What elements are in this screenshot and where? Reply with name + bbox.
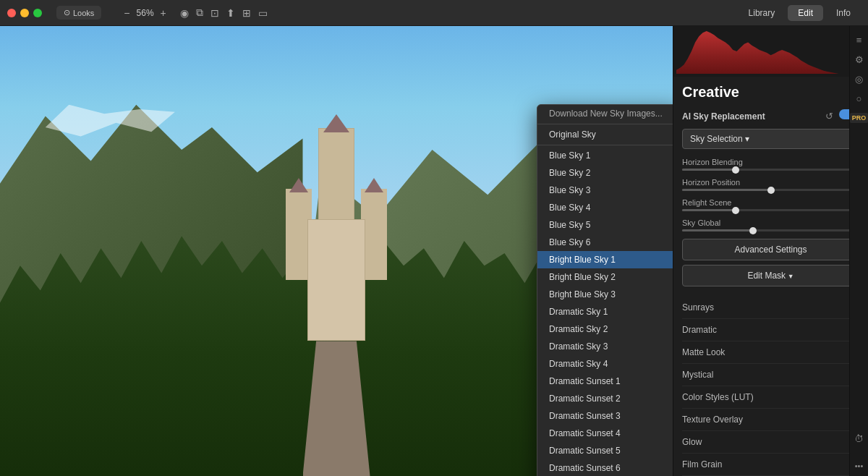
sky-item-6[interactable]: Bright Blue Sky 1 xyxy=(537,251,673,268)
ai-sky-header: AI Sky Replacement ↺ xyxy=(682,109,859,123)
panel-content: Creative AI Sky Replacement ↺ Sky Select… xyxy=(673,77,868,476)
sky-item-15[interactable]: Dramatic Sunset 3 xyxy=(537,407,673,425)
zoom-plus-button[interactable]: + xyxy=(158,7,169,19)
category-film-grain-label: Film Grain xyxy=(682,459,722,469)
sky-global-label-row: Sky Global 30 xyxy=(682,218,859,227)
eye-icon[interactable]: ◉ xyxy=(180,7,189,19)
horizon-blending-label-row: Horizon Blending 20 xyxy=(682,158,859,166)
more-side-icon[interactable]: ••• xyxy=(855,462,864,470)
close-button[interactable] xyxy=(7,9,16,17)
sky-item-16[interactable]: Dramatic Sunset 4 xyxy=(537,425,673,442)
history-side-icon[interactable]: ⏱ xyxy=(854,433,864,444)
tab-info[interactable]: Info xyxy=(826,5,861,21)
panel-tabs: Library Edit Info xyxy=(739,5,861,21)
section-title: Creative xyxy=(682,84,859,101)
horizon-blending-slider-row: Horizon Blending 20 xyxy=(682,158,859,171)
category-sunrays-label: Sunrays xyxy=(682,302,714,313)
relight-scene-track[interactable] xyxy=(682,209,859,211)
titlebar-tools: ◉ ⧉ ⊡ ⬆ ⊞ ▭ xyxy=(180,7,268,19)
sky-item-8[interactable]: Bright Blue Sky 3 xyxy=(537,286,673,303)
histogram xyxy=(673,26,868,77)
tab-library[interactable]: Library xyxy=(739,5,786,21)
relight-scene-label-row: Relight Scene 20 xyxy=(682,198,859,207)
horizon-blending-track[interactable] xyxy=(682,169,859,171)
category-mystical[interactable]: Mystical › xyxy=(682,364,859,386)
category-dramatic-label: Dramatic xyxy=(682,325,717,335)
looks-button[interactable]: ⊙ Looks xyxy=(56,6,101,20)
category-dramatic[interactable]: Dramatic › xyxy=(682,319,859,341)
advanced-settings-button[interactable]: Advanced Settings xyxy=(682,239,859,260)
download-sky-item[interactable]: Download New Sky Images... xyxy=(537,105,673,122)
category-film-grain[interactable]: Film Grain › xyxy=(682,454,859,476)
horizon-position-label-row: Horizon Position 0 xyxy=(682,178,859,187)
sky-global-thumb[interactable] xyxy=(749,227,757,234)
grid-icon[interactable]: ⊞ xyxy=(242,7,251,19)
sky-item-10[interactable]: Dramatic Sky 2 xyxy=(537,320,673,338)
horizon-position-slider-row: Horizon Position 0 xyxy=(682,178,859,191)
sky-global-slider-row: Sky Global 30 xyxy=(682,218,859,231)
right-panel: Creative AI Sky Replacement ↺ Sky Select… xyxy=(673,26,868,476)
horizon-blending-thumb[interactable] xyxy=(732,166,739,174)
horizon-position-track[interactable] xyxy=(682,189,859,191)
pro-side-badge: PRO xyxy=(850,113,868,123)
category-matte-look[interactable]: Matte Look › xyxy=(682,341,859,364)
tab-edit[interactable]: Edit xyxy=(788,5,823,21)
traffic-lights xyxy=(7,9,42,17)
sky-selector-button[interactable]: Sky Selection ▾ xyxy=(682,129,859,149)
category-mystical-label: Mystical xyxy=(682,370,713,380)
maximize-button[interactable] xyxy=(33,9,42,17)
crop-icon[interactable]: ⊡ xyxy=(210,7,219,19)
layers-icon[interactable]: ⧉ xyxy=(196,7,203,19)
ai-sky-title: AI Sky Replacement xyxy=(682,111,765,122)
reset-button[interactable]: ↺ xyxy=(824,109,835,123)
sliders-side-icon[interactable]: ⚙ xyxy=(855,54,864,65)
sky-item-0[interactable]: Blue Sky 1 xyxy=(537,147,673,164)
category-matte-label: Matte Look xyxy=(682,347,725,357)
dropdown-divider-1 xyxy=(537,124,673,124)
histogram-chart xyxy=(676,29,865,74)
face-side-icon[interactable]: ◎ xyxy=(855,74,863,85)
categories-section: Sunrays › Dramatic › Matte Look › Mystic… xyxy=(682,297,859,476)
sky-global-label: Sky Global xyxy=(682,218,720,227)
sky-item-7[interactable]: Bright Blue Sky 2 xyxy=(537,268,673,286)
category-color-styles[interactable]: Color Styles (LUT) › xyxy=(682,386,859,409)
sky-item-12[interactable]: Dramatic Sky 4 xyxy=(537,355,673,373)
category-glow-label: Glow xyxy=(682,437,702,447)
original-sky-item[interactable]: Original Sky xyxy=(537,126,673,143)
dropdown-divider-2 xyxy=(537,145,673,145)
relight-scene-label: Relight Scene xyxy=(682,198,732,207)
edit-mask-button[interactable]: Edit Mask xyxy=(682,265,859,286)
sky-item-17[interactable]: Dramatic Sunset 5 xyxy=(537,442,673,459)
minimize-button[interactable] xyxy=(20,9,29,17)
category-sunrays[interactable]: Sunrays › xyxy=(682,297,859,319)
castle-body xyxy=(307,219,365,341)
sky-global-track[interactable] xyxy=(682,229,859,231)
relight-scene-slider-row: Relight Scene 20 xyxy=(682,198,859,211)
castle xyxy=(264,138,409,341)
sky-item-9[interactable]: Dramatic Sky 1 xyxy=(537,303,673,320)
sky-item-14[interactable]: Dramatic Sunset 2 xyxy=(537,390,673,407)
sky-item-13[interactable]: Dramatic Sunset 1 xyxy=(537,373,673,390)
sky-item-2[interactable]: Blue Sky 3 xyxy=(537,182,673,199)
horizon-position-thumb[interactable] xyxy=(767,187,775,194)
zoom-minus-button[interactable]: − xyxy=(122,7,132,19)
category-color-styles-label: Color Styles (LUT) xyxy=(682,392,754,402)
horizon-position-fill xyxy=(682,189,771,191)
category-glow[interactable]: Glow › xyxy=(682,431,859,454)
circle-side-icon[interactable]: ○ xyxy=(856,93,862,104)
layers-side-icon[interactable]: ≡ xyxy=(856,35,862,46)
sky-item-3[interactable]: Blue Sky 4 xyxy=(537,199,673,216)
category-texture-overlay[interactable]: Texture Overlay › xyxy=(682,409,859,431)
sky-item-5[interactable]: Blue Sky 6 xyxy=(537,234,673,251)
horizon-blending-fill xyxy=(682,169,736,171)
sky-item-11[interactable]: Dramatic Sky 3 xyxy=(537,338,673,355)
sky-item-18[interactable]: Dramatic Sunset 6 xyxy=(537,459,673,476)
view-icon[interactable]: ▭ xyxy=(258,7,268,19)
relight-scene-thumb[interactable] xyxy=(732,207,739,214)
ai-sky-section: AI Sky Replacement ↺ Sky Selection ▾ Hor… xyxy=(682,109,859,291)
export-icon[interactable]: ⬆ xyxy=(226,7,235,19)
main-content: Download New Sky Images... Original Sky … xyxy=(0,26,868,476)
sky-item-4[interactable]: Blue Sky 5 xyxy=(537,216,673,234)
sky-item-1[interactable]: Blue Sky 2 xyxy=(537,164,673,182)
photo-canvas[interactable]: Download New Sky Images... Original Sky … xyxy=(0,26,673,476)
